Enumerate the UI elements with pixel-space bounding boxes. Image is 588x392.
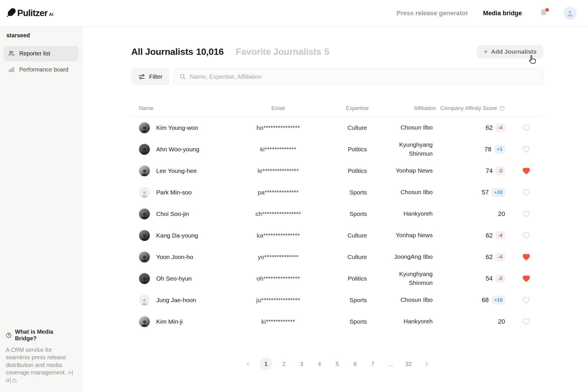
favorite-heart-icon[interactable]	[522, 167, 531, 175]
score-delta-badge: +10	[492, 188, 505, 197]
journalist-avatar	[139, 144, 150, 155]
pagination-next-icon[interactable]	[422, 360, 431, 368]
table-row[interactable]: Park Min-soo pa************** Sports Cho…	[131, 181, 543, 203]
score-delta-badge: +10	[492, 296, 505, 304]
journalist-affiliation: Yonhap News	[369, 231, 436, 240]
journalist-email: le***************	[242, 167, 314, 174]
journalists-table: Name Email Expertise Affiliation Company…	[131, 98, 543, 332]
table-row[interactable]: Lee Young-hee le*************** Politics…	[131, 160, 543, 181]
score-delta-badge: -2	[496, 274, 505, 283]
favorite-heart-icon[interactable]	[522, 296, 531, 304]
favorite-heart-icon[interactable]	[522, 231, 531, 240]
pagination-pages: 1234567…32	[260, 358, 415, 370]
affinity-score: 62	[486, 253, 492, 261]
column-header-name: Name	[139, 105, 242, 111]
journalist-name: Kang Da-young	[156, 232, 198, 239]
pagination-page[interactable]: 6	[349, 358, 361, 370]
pagination-page[interactable]: 5	[331, 358, 344, 370]
people-icon	[8, 50, 15, 57]
journalist-expertise: Culture	[314, 124, 369, 131]
affinity-score: 54	[486, 275, 492, 282]
table-row[interactable]: Kang Da-young ka*************** Culture …	[131, 225, 543, 246]
score-delta-badge: -4	[496, 123, 505, 132]
table-row[interactable]: Yoon Joon-ho yo************** Culture Jo…	[131, 246, 543, 268]
journalist-affiliation: Yonhap News	[369, 166, 436, 175]
journalist-email: pa**************	[242, 189, 314, 196]
sidebar-item-reporter-list[interactable]: Reporter list	[3, 46, 79, 61]
journalist-affiliation: Kyunghyang Shinmun	[369, 270, 436, 287]
journalist-affiliation: Hankyoreh	[369, 317, 436, 326]
journalist-expertise: Sports	[314, 211, 369, 217]
journalist-expertise: Politics	[314, 167, 369, 174]
main-content: All Journalists10,016 Favorite Journalis…	[82, 26, 588, 392]
affinity-score: 57	[482, 189, 489, 196]
nav-media-bridge[interactable]: Media bridge	[483, 9, 522, 17]
add-journalists-button[interactable]: + Add Journalists	[477, 45, 543, 58]
pagination-page[interactable]: 4	[313, 358, 326, 370]
column-header-email: Email	[242, 105, 314, 111]
journalist-email: ho***************	[242, 124, 314, 131]
favorite-heart-icon[interactable]	[522, 274, 531, 283]
favorite-journalists-count: 5	[324, 47, 329, 57]
tab-all-journalists[interactable]: All Journalists10,016	[131, 47, 224, 57]
workspace-name: starseed	[3, 31, 79, 46]
journalist-name: Jung Jae-hoon	[156, 297, 196, 304]
what-is-media-bridge-link[interactable]: What is Media Bridge?	[6, 329, 76, 342]
favorite-heart-icon[interactable]	[522, 253, 531, 261]
info-description: A CRM service for seamless press release…	[6, 346, 76, 384]
nav-press-release-generator[interactable]: Press release generator	[396, 9, 468, 17]
table-header-row: Name Email Expertise Affiliation Company…	[131, 98, 543, 117]
journalist-expertise: Sports	[314, 189, 369, 196]
search-box[interactable]	[173, 68, 543, 85]
pagination-page[interactable]: 32	[402, 358, 415, 370]
search-input[interactable]	[190, 73, 537, 80]
column-header-affiliation: Affiliation	[369, 105, 436, 111]
journalist-avatar	[139, 273, 150, 284]
favorite-heart-icon[interactable]	[522, 145, 531, 154]
table-row[interactable]: Oh Seo-hyun oh*************** Politics K…	[131, 268, 543, 289]
tab-favorite-journalists[interactable]: Favorite Journalists5	[236, 47, 329, 57]
journalist-name: Kim Young-woo	[156, 124, 198, 131]
pagination-page[interactable]: 2	[278, 358, 290, 370]
journalist-email: ki*************	[242, 146, 314, 153]
score-delta-badge: -4	[496, 253, 505, 261]
table-row[interactable]: Choi Soo-jin ch**************** Sports H…	[131, 203, 543, 225]
journalist-email: ka***************	[242, 232, 314, 239]
filter-sliders-icon	[138, 73, 145, 80]
score-delta-badge: -4	[496, 231, 505, 240]
table-row[interactable]: Kim Min-ji ki************ Sports Hankyor…	[131, 311, 543, 332]
journalist-expertise: Sports	[314, 318, 369, 325]
journalist-affiliation: Hankyoreh	[369, 209, 436, 218]
notification-bell-icon[interactable]	[539, 8, 548, 18]
favorite-heart-icon[interactable]	[522, 317, 531, 326]
favorite-heart-icon[interactable]	[522, 188, 531, 197]
table-row[interactable]: Ahn Woo-young ki************* Politics K…	[131, 138, 543, 160]
sidebar-item-performance-board[interactable]: Performance board	[3, 62, 79, 77]
journalist-name: Yoon Joon-ho	[156, 254, 193, 260]
user-avatar[interactable]	[563, 7, 577, 20]
journalist-name: Choi Soo-jin	[156, 211, 189, 217]
table-row[interactable]: Kim Young-woo ho*************** Culture …	[131, 117, 543, 138]
score-help-icon[interactable]	[499, 105, 505, 111]
bar-chart-icon	[8, 66, 15, 73]
journalist-expertise: Culture	[314, 254, 369, 260]
pagination-ellipsis: …	[384, 358, 397, 370]
affinity-score: 20	[498, 318, 505, 325]
pagination-page[interactable]: 3	[295, 358, 308, 370]
journalist-name: Ahn Woo-young	[156, 146, 199, 153]
column-header-affinity-score: Company Affinity Score	[440, 105, 497, 111]
pagination-page[interactable]: 7	[367, 358, 379, 370]
feather-icon	[6, 8, 16, 18]
pagination-prev-icon[interactable]	[244, 360, 252, 368]
app-logo[interactable]: Pulitzer AI	[6, 8, 53, 18]
question-circle-icon	[6, 332, 12, 338]
favorite-heart-icon[interactable]	[522, 210, 531, 218]
journalist-expertise: Culture	[314, 232, 369, 239]
pagination-page-current[interactable]: 1	[260, 358, 272, 370]
table-row[interactable]: Jung Jae-hoon ju**************** Sports …	[131, 289, 543, 311]
affinity-score: 62	[486, 232, 492, 239]
journalist-avatar	[139, 187, 150, 198]
journalist-name: Oh Seo-hyun	[156, 275, 192, 282]
filter-button[interactable]: Filter	[131, 68, 169, 85]
favorite-heart-icon[interactable]	[522, 123, 531, 132]
